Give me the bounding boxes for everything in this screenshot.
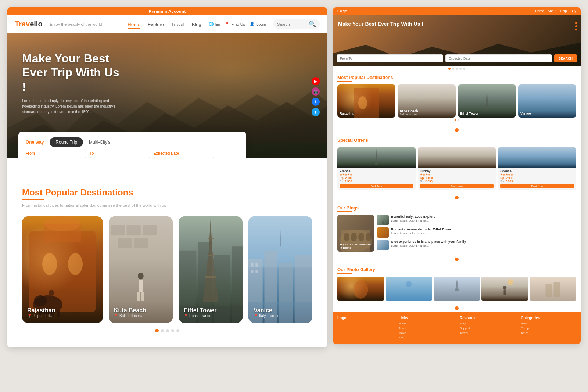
offer-france-btn[interactable]: Book Now bbox=[340, 184, 413, 188]
blog-item-1[interactable]: Beautiful Italy: Let's Explore Lorem ips… bbox=[377, 215, 576, 225]
sb-nav-home[interactable]: Home bbox=[535, 9, 544, 13]
sidebar-offers-divider bbox=[337, 144, 352, 144]
location-icon[interactable]: 📍 Find Us bbox=[225, 22, 245, 26]
sidebar-blog-list: Beautiful Italy: Let's Explore Lorem ips… bbox=[377, 215, 576, 252]
sidebar-logo: Logo bbox=[337, 9, 347, 13]
search-fields: From ▼ *min: xxx-xxx-yyy-yyy To ▼ *min: … bbox=[26, 151, 239, 158]
sb-card-eiffel[interactable]: Eiffel Tower bbox=[458, 84, 516, 118]
blog-item-3[interactable]: Nice experience in island place with you… bbox=[377, 240, 576, 250]
blog-main-image[interactable]: Try all our experiences in Rome bbox=[337, 215, 374, 252]
nav-home[interactable]: Home bbox=[128, 21, 140, 28]
offer-greece-btn[interactable]: Book Now bbox=[500, 184, 574, 188]
blog-thumb-1 bbox=[377, 215, 389, 225]
svg-marker-61 bbox=[382, 220, 384, 224]
offer-greece-body: Greece ★★★★★ Rp. 2.900 Rs. 2.399 Book No… bbox=[498, 168, 576, 190]
footer-link-travel[interactable]: Travel bbox=[399, 331, 454, 336]
nav-search-bar[interactable]: 🔍 bbox=[273, 19, 320, 29]
gallery-item-5[interactable] bbox=[530, 277, 576, 301]
dest-dot-3[interactable] bbox=[166, 329, 169, 332]
svg-rect-69 bbox=[554, 282, 560, 297]
sidebar-popular-section: Most Popular Destinations Rajasthan Kuta… bbox=[333, 71, 581, 126]
sb-dot-1[interactable] bbox=[448, 68, 451, 70]
sb-nav-buy[interactable]: Buy bbox=[570, 9, 576, 13]
blog-thumb-3 bbox=[377, 240, 389, 250]
sb-nav-help[interactable]: Help bbox=[560, 9, 567, 13]
svg-rect-33 bbox=[207, 255, 214, 256]
tab-multi-city[interactable]: Multi-City's bbox=[83, 137, 116, 147]
nav-explore[interactable]: Explore bbox=[148, 21, 164, 28]
nav-travel[interactable]: Travel bbox=[171, 21, 184, 28]
gallery-item-4[interactable] bbox=[481, 277, 528, 301]
svg-rect-32 bbox=[208, 238, 213, 239]
sb-venice-info: Vanice bbox=[520, 112, 531, 115]
tab-one-way[interactable]: One way bbox=[26, 137, 50, 147]
sidebar-hero-dots bbox=[333, 66, 581, 71]
svg-rect-20 bbox=[134, 238, 148, 248]
from-label: From bbox=[26, 151, 87, 155]
sb-card-kuta[interactable]: Kuta Beach Bali, Indonesia bbox=[398, 84, 456, 118]
rajasthan-name: Rajasthan bbox=[27, 307, 55, 314]
svg-point-57 bbox=[351, 233, 357, 241]
user-icon[interactable]: 👤 Login bbox=[250, 22, 266, 26]
from-field: From ▼ *min: xxx-xxx-yyy-yyy bbox=[26, 151, 87, 158]
sb-dot-2[interactable] bbox=[452, 68, 454, 70]
blog-thumb-2 bbox=[377, 227, 389, 238]
nav-links: Home Explore Travel Blog bbox=[128, 21, 201, 28]
dest-dot-4[interactable] bbox=[171, 329, 174, 332]
card-eiffel[interactable]: Eiffel Tower 📍 Paris, France bbox=[179, 216, 243, 323]
offer-france[interactable]: France ★★★★★ Rp. 2.900 Rs. 2.399 Book No… bbox=[337, 147, 416, 190]
gallery-item-3[interactable] bbox=[434, 277, 480, 301]
svg-rect-43 bbox=[251, 263, 254, 267]
sidebar-popular-dots bbox=[337, 118, 576, 122]
sb-card-venice-mini[interactable]: Vanice bbox=[518, 84, 576, 118]
footer-link-blog[interactable]: Blog bbox=[399, 335, 454, 340]
sb-dot-5[interactable] bbox=[463, 68, 465, 70]
card-venice[interactable]: Vanice 📍 Italy, Europe bbox=[248, 216, 312, 323]
sb-nav-about[interactable]: About bbox=[548, 9, 556, 13]
gallery-item-2[interactable] bbox=[386, 277, 432, 301]
nav-search-input[interactable] bbox=[277, 22, 306, 26]
tab-round-trip[interactable]: Round Trip bbox=[50, 137, 83, 147]
sb-search-button[interactable]: SEARCH bbox=[554, 54, 577, 62]
footer-link-home[interactable]: Home bbox=[399, 321, 454, 326]
offer-turkey[interactable]: Turkey ★★★★ Rp. 3.000 Rs. 2.399 Book Now bbox=[418, 147, 496, 190]
dest-dot-active[interactable] bbox=[155, 329, 159, 332]
card-kuta[interactable]: Kuta Beach 📍 Bali, Indonesia bbox=[109, 216, 173, 323]
offer-greece[interactable]: Greece ★★★★★ Rp. 2.900 Rs. 2.399 Book No… bbox=[498, 147, 576, 190]
sb-card-rajasthan[interactable]: Rajasthan bbox=[337, 84, 395, 118]
blog-item-2[interactable]: Romantic moments under Eiffel Tower Lore… bbox=[377, 227, 576, 238]
section-divider-dot bbox=[333, 126, 581, 134]
twitter-icon[interactable]: t bbox=[312, 108, 320, 116]
sidebar-gallery-grid bbox=[337, 277, 576, 301]
nav-blog[interactable]: Blog bbox=[192, 21, 201, 28]
dest-dot-5[interactable] bbox=[176, 329, 179, 332]
instagram-icon[interactable]: 📷 bbox=[312, 87, 320, 96]
svg-marker-64 bbox=[455, 278, 459, 291]
footer-link-europe[interactable]: Europe bbox=[521, 326, 577, 331]
sidebar-offers-section: Special Offer's France ★★★★★ Rp. 2.900 R… bbox=[333, 134, 581, 194]
sb-dot-4[interactable] bbox=[459, 68, 462, 70]
svg-point-58 bbox=[358, 233, 364, 241]
youtube-icon[interactable]: ▶ bbox=[312, 77, 320, 85]
card-rajasthan[interactable]: Rajasthan 📍 Jaipur, India bbox=[22, 216, 103, 323]
gallery-item-1[interactable] bbox=[337, 277, 384, 301]
sidebar-blogs-grid: Try all our experiences in Rome Beautifu… bbox=[337, 215, 576, 252]
globe-icon[interactable]: 🌐 En bbox=[209, 22, 220, 26]
nav-icons: 🌐 En 📍 Find Us 👤 Login bbox=[209, 22, 266, 26]
footer-link-faq[interactable]: FAQ bbox=[460, 321, 515, 326]
footer-link-terms[interactable]: Terms bbox=[460, 331, 515, 336]
dest-dot-2[interactable] bbox=[161, 329, 164, 332]
sb-dot-3[interactable] bbox=[456, 68, 458, 70]
sb-search-date[interactable] bbox=[445, 54, 552, 62]
logo[interactable]: Travello bbox=[15, 20, 43, 28]
sidebar-hero-title: Make Your Best Ever Trip With Us ! bbox=[338, 21, 576, 27]
sb-search-from[interactable] bbox=[337, 54, 443, 62]
facebook-icon[interactable]: f bbox=[312, 98, 320, 106]
footer-link-asia[interactable]: Asia bbox=[521, 321, 577, 326]
footer-link-africa[interactable]: Africa bbox=[521, 331, 577, 336]
svg-rect-19 bbox=[118, 238, 132, 248]
svg-rect-17 bbox=[126, 225, 141, 235]
offer-turkey-btn[interactable]: Book Now bbox=[420, 184, 494, 188]
footer-link-about[interactable]: About bbox=[399, 326, 454, 331]
footer-link-support[interactable]: Support bbox=[460, 326, 515, 331]
